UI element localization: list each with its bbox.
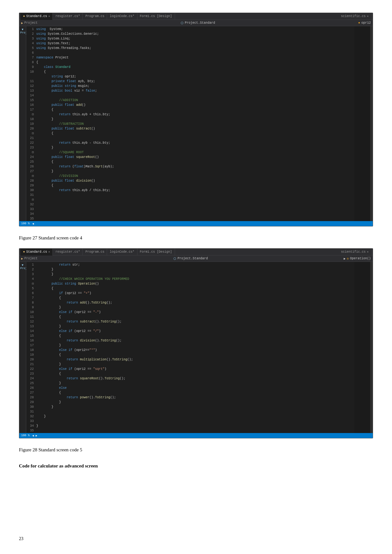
- figure27-caption: Figure 27 Standard screen code 4: [19, 235, 373, 241]
- page-content: ● Standard.cs ✕ resgister.cs* Program.cs…: [19, 13, 373, 469]
- folder-icon-27: ▶: [21, 21, 23, 25]
- ide-footer-28: 100 % ◀ ▶: [19, 433, 373, 438]
- tab-label-form1-28: Form1.cs [Design]: [140, 250, 172, 254]
- project-icon-27: ⬡: [181, 21, 184, 25]
- ide-editor-28: 12 3 4 ⊟ 5 678910 11121314 15161718 1920…: [26, 262, 373, 433]
- section-heading: Code for calculator as advanced screen: [19, 463, 373, 469]
- ide-tabbar-28: ● Standard.cs ✕ resgister.cs* Program.cs…: [19, 249, 373, 256]
- close-icon-27[interactable]: ✕: [48, 15, 50, 18]
- footer-zoom-27: 100 %: [21, 222, 30, 225]
- tab-resgister-28[interactable]: resgister.cs*: [53, 249, 83, 256]
- tab-standard-cs-28[interactable]: ● Standard.cs ✕: [21, 249, 53, 256]
- tab-scientific-28[interactable]: scientific.cs ✕: [339, 249, 371, 256]
- tab-label-27: Standard.cs: [26, 15, 47, 18]
- tab-scientific-27[interactable]: scientific.cs ✕: [339, 13, 371, 20]
- ide-scrollbar-28[interactable]: [370, 262, 373, 433]
- tab-program-27[interactable]: Program.cs: [83, 13, 107, 20]
- ide-body-27: ▼ Project 12345 678910 ⊟ 11121314 151617…: [19, 26, 373, 221]
- toolbar-project-label-28: Project: [24, 257, 38, 260]
- tab-label-form1-27: Form1.cs [Design]: [140, 15, 172, 18]
- footer-zoom-28: 100 %: [21, 434, 30, 437]
- toolbar-right-27: ● opr12: [358, 21, 371, 25]
- toolbar-right-label-28: Operation(): [350, 257, 371, 260]
- ide-sidebar-28: ▼ Project: [19, 262, 26, 433]
- toolbar-project-label-27: Project: [24, 21, 38, 25]
- toolbar-middle-28: ⬡ Project.Standard: [40, 257, 341, 261]
- ide-code-28: return str; } } //CHECK WHICH OPERATION …: [35, 262, 354, 433]
- figure28-ide: ● Standard.cs ✕ resgister.cs* Program.cs…: [19, 248, 373, 438]
- ide-gutter-28: 12 3 4 ⊟ 5 678910 11121314 15161718 1920…: [26, 262, 35, 433]
- ide-footer-27: 100 % ◀: [19, 221, 373, 226]
- toolbar-middle-label-28: Project.Standard: [178, 257, 208, 260]
- toolbar-left-28: ▶ Project: [21, 257, 38, 261]
- ide-code-27: using System; using System.Collections.G…: [35, 26, 354, 221]
- footer-arrows-28: ◀ ▶: [32, 434, 37, 437]
- project-icon-28: ⬡: [173, 257, 176, 261]
- ide-tabbar-27: ● Standard.cs ✕ resgister.cs* Program.cs…: [19, 13, 373, 20]
- tab-label-logincode-28: loginCode.cs*: [110, 250, 134, 254]
- tab-resgister-27[interactable]: resgister.cs*: [53, 13, 83, 20]
- ide-minimap-27: [354, 26, 370, 221]
- figure28-caption: Figure 28 Standard screen code 5: [19, 447, 373, 453]
- ide-sidebar-27: ▼ Project: [19, 26, 26, 221]
- sidebar-project-28[interactable]: ▼ Project: [19, 263, 26, 271]
- tab-label-resgister-27: resgister.cs*: [55, 15, 80, 18]
- close-icon-sci-28[interactable]: ✕: [367, 250, 369, 254]
- close-icon-sci-27[interactable]: ✕: [367, 15, 369, 18]
- toolbar-left-27: ▶ Project: [21, 21, 38, 25]
- tab-label-resgister-28: resgister.cs*: [55, 250, 80, 254]
- tab-modified-icon-27: ●: [23, 15, 25, 18]
- close-icon-28[interactable]: ✕: [48, 250, 50, 254]
- folder-icon-28: ▶: [21, 257, 23, 261]
- tab-modified-icon-28: ●: [23, 250, 25, 254]
- ide-body-28: ▼ Project 12 3 4 ⊟ 5 678910 11121314 151…: [19, 262, 373, 433]
- ide-toolbar-28: ▶ Project ⬡ Project.Standard ▶ ⊙ Operati…: [19, 256, 373, 262]
- tab-logincode-27[interactable]: loginCode.cs*: [107, 13, 137, 20]
- toolbar-right-label-27: opr12: [361, 21, 371, 25]
- tab-label-28: Standard.cs: [26, 250, 47, 254]
- toolbar-middle-27: ⬡ Project.Standard: [40, 21, 356, 25]
- prop-icon-28: ⊙: [347, 257, 349, 261]
- footer-arrow-27: ◀: [32, 222, 34, 226]
- ide-toolbar-27: ▶ Project ⬡ Project.Standard ● opr12: [19, 20, 373, 26]
- ide-gutter-27: 12345 678910 ⊟ 11121314 151617 ⊟ 181920 …: [26, 26, 35, 221]
- tab-label-program-28: Program.cs: [85, 250, 104, 254]
- toolbar-middle-label-27: Project.Standard: [185, 21, 215, 25]
- page-number: 23: [19, 536, 23, 541]
- sidebar-project-27[interactable]: ▼ Project: [19, 27, 26, 35]
- tab-standard-cs-27[interactable]: ● Standard.cs ✕: [21, 13, 53, 20]
- ide-editor-27: 12345 678910 ⊟ 11121314 151617 ⊟ 181920 …: [26, 26, 373, 221]
- right-icon-27: ●: [358, 21, 360, 25]
- tab-form1-27[interactable]: Form1.cs [Design]: [137, 13, 175, 20]
- tab-label-logincode-27: loginCode.cs*: [110, 15, 134, 18]
- toolbar-right-28: ▶ ⊙ Operation(): [344, 257, 371, 261]
- figure27-ide: ● Standard.cs ✕ resgister.cs* Program.cs…: [19, 13, 373, 226]
- ide-minimap-28: [354, 262, 370, 433]
- tab-form1-28[interactable]: Form1.cs [Design]: [137, 249, 175, 256]
- tab-logincode-28[interactable]: loginCode.cs*: [107, 249, 137, 256]
- tab-label-program-27: Program.cs: [85, 15, 104, 18]
- tab-label-scientific-27: scientific.cs: [341, 15, 366, 18]
- tab-label-scientific-28: scientific.cs: [341, 250, 366, 254]
- right-arrow-28: ▶: [344, 257, 346, 261]
- ide-scrollbar-27[interactable]: [370, 26, 373, 221]
- tab-program-28[interactable]: Program.cs: [83, 249, 107, 256]
